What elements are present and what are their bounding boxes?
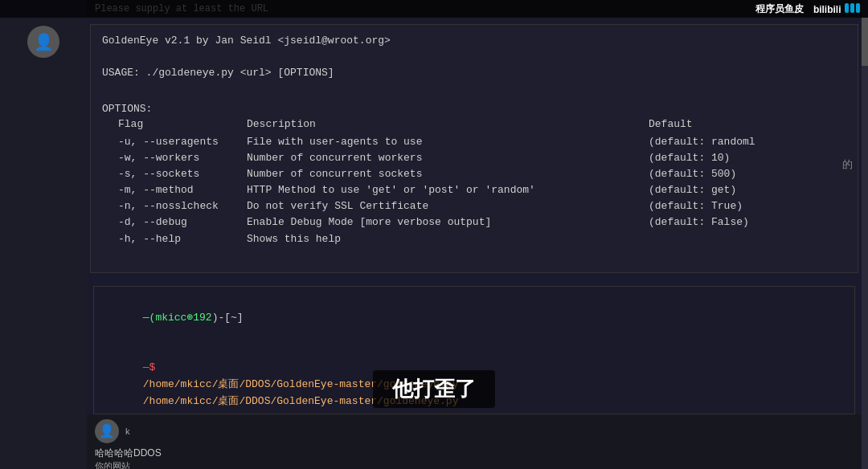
- chat-user-row: 👤 k: [95, 419, 854, 443]
- avatar-bottom: 👤: [95, 419, 119, 443]
- opt-flag: -m, --method: [118, 182, 247, 198]
- opt-default: (default: True): [649, 198, 743, 214]
- prompt-path-suffix: )-[~]: [212, 312, 244, 324]
- chat-bottom: 👤 k 哈哈哈哈DDOS 你的网站: [87, 414, 862, 469]
- col-desc: Description: [247, 116, 649, 133]
- prompt-prefix: —(mkicc: [143, 312, 187, 324]
- bili-text: bilibili: [813, 4, 841, 15]
- chat-user-info: k: [125, 426, 130, 436]
- opt-flag: -u, --useragents: [118, 134, 247, 150]
- opt-desc: Enable Debug Mode [more verbose output]: [247, 214, 649, 230]
- opt-desc: Shows this help: [247, 231, 649, 247]
- option-row: -h, --help Shows this help: [118, 231, 846, 247]
- right-partial: 的: [842, 157, 853, 172]
- opt-default: (default: randoml: [649, 134, 755, 150]
- col-default: Default: [649, 116, 693, 133]
- option-row: -s, --sockets Number of concurrent socke…: [118, 166, 846, 182]
- opt-flag: -n, --nosslcheck: [118, 198, 247, 214]
- channel-name: 程序员鱼皮: [755, 2, 804, 16]
- blank-line1: [102, 49, 846, 65]
- subtitle-overlay: 他打歪了: [373, 370, 495, 408]
- bili-logo-text: bilibili: [813, 2, 860, 16]
- option-row: -d, --debug Enable Debug Mode [more verb…: [118, 214, 846, 230]
- bili-bar2: [850, 3, 854, 13]
- opt-desc: File with user-agents to use: [247, 134, 649, 150]
- opt-default: (default: 500): [649, 166, 736, 182]
- scrollbar-thumb[interactable]: [862, 18, 868, 66]
- option-row: -u, --useragents File with user-agents t…: [118, 134, 846, 150]
- chat-msg2: 你的网站: [95, 460, 854, 469]
- bili-dots: [845, 3, 860, 13]
- option-row: -w, --workers Number of concurrent worke…: [118, 150, 846, 166]
- prompt-arrow: —$: [143, 361, 156, 373]
- usage-line: USAGE: ./goldeneye.py <url> [OPTIONS]: [102, 65, 846, 81]
- scrollbar[interactable]: [862, 18, 868, 469]
- avatar-top: 👤: [27, 26, 59, 58]
- left-sidebar: 👤: [0, 18, 87, 469]
- chat-username: k: [125, 426, 130, 436]
- opt-desc: Number of concurrent sockets: [247, 166, 649, 182]
- opt-flag: -w, --workers: [118, 150, 247, 166]
- prompt-line1: —(mkicc⊕192)-[~]: [105, 293, 843, 343]
- opt-default: (default: False): [649, 214, 749, 230]
- bili-bar1: [845, 3, 849, 13]
- chat-msg1: 哈哈哈哈DDOS: [95, 447, 854, 460]
- options-table: -u, --useragents File with user-agents t…: [118, 134, 846, 247]
- opt-flag: -d, --debug: [118, 214, 247, 230]
- opt-default: (default: 10): [649, 150, 730, 166]
- option-row: -m, --method HTTP Method to use 'get' or…: [118, 182, 846, 198]
- opt-default: (default: get): [649, 182, 736, 198]
- options-header: OPTIONS:: [102, 103, 846, 115]
- col-flag: Flag: [118, 116, 247, 133]
- opt-desc: Number of concurrent workers: [247, 150, 649, 166]
- opt-desc: Do not verify SSL Certificate: [247, 198, 649, 214]
- title-line: GoldenEye v2.1 by Jan Seidl <jseidl@wroo…: [102, 33, 846, 49]
- opt-flag: -h, --help: [118, 231, 247, 247]
- bili-bar3: [856, 3, 860, 13]
- terminal-top: GoldenEye v2.1 by Jan Seidl <jseidl@wroo…: [90, 24, 858, 273]
- opt-desc: HTTP Method to use 'get' or 'post' or 'r…: [247, 182, 649, 198]
- options-col-headers: Flag Description Default: [118, 116, 846, 133]
- subtitle-text: 他打歪了: [392, 377, 476, 401]
- top-bar: 程序员鱼皮 bilibili: [0, 0, 868, 18]
- option-row: -n, --nosslcheck Do not verify SSL Certi…: [118, 198, 846, 214]
- blank-line2: [102, 81, 846, 97]
- prompt-host: 192: [193, 312, 211, 324]
- opt-flag: -s, --sockets: [118, 166, 247, 182]
- bilibili-logo: 程序员鱼皮 bilibili: [755, 2, 860, 16]
